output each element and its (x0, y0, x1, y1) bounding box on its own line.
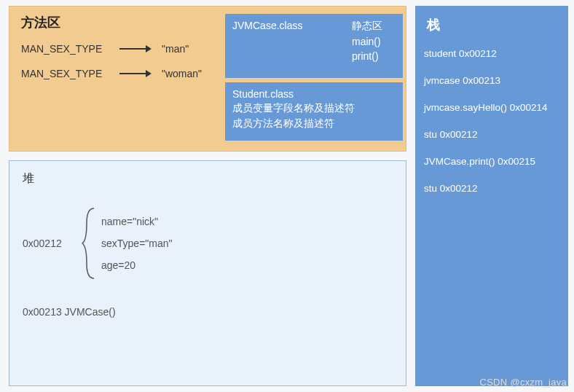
stack-frame: JVMCase.print() 0x00215 (424, 156, 559, 167)
class-name: JVMCase.class (232, 20, 302, 31)
constant-row: MAN_SEX_TYPE "woman" (21, 68, 225, 79)
stack-frame: jvmcase 0x00213 (424, 75, 559, 86)
heap-title: 堆 (23, 171, 393, 187)
method-area-constants: 方法区 MAN_SEX_TYPE "man" MAN_SEX_TYPE "wom… (21, 14, 225, 144)
object-field: age=20 (101, 259, 173, 271)
object-fields: name="nick" sexType="man" age=20 (101, 216, 173, 271)
brace-icon (81, 207, 98, 280)
watermark: CSDN @cxzm_java (479, 377, 567, 388)
constant-row: MAN_SEX_TYPE "man" (21, 43, 225, 55)
stack-frame: stu 0x00212 (424, 129, 559, 140)
constant-value: "man" (162, 43, 189, 55)
arrow-icon (119, 45, 159, 52)
class-desc-line: 成员变量字段名称及描述符 (232, 102, 396, 115)
method-area-title: 方法区 (21, 14, 225, 31)
diagram-root: 方法区 MAN_SEX_TYPE "man" MAN_SEX_TYPE "wom… (9, 6, 568, 386)
heap-instance-line: 0x00213 JVMCase() (23, 306, 393, 318)
object-field: sexType="man" (101, 238, 173, 249)
class-desc-line: 成员方法名称及描述符 (232, 117, 396, 130)
stack-frame: stu 0x00212 (424, 183, 559, 194)
constant-value: "woman" (162, 68, 202, 79)
method-area-panel: 方法区 MAN_SEX_TYPE "man" MAN_SEX_TYPE "wom… (9, 6, 406, 152)
heap-panel: 堆 0x00212 name="nick" sexType="man" age=… (9, 160, 406, 386)
class-method: print() (352, 50, 379, 62)
object-field: name="nick" (101, 216, 173, 227)
jvmcase-class-box: JVMCase.class 静态区 main() print() (225, 14, 403, 78)
object-address: 0x00212 (23, 238, 81, 249)
class-name: Student.class (232, 88, 396, 100)
heap-object: 0x00212 name="nick" sexType="man" age=20 (23, 207, 393, 280)
stack-panel: 栈 student 0x00212 jvmcase 0x00213 jvmcas… (415, 6, 568, 386)
method-area-classes: JVMCase.class 静态区 main() print() Student… (225, 14, 406, 144)
student-class-box: Student.class 成员变量字段名称及描述符 成员方法名称及描述符 (225, 82, 403, 141)
left-column: 方法区 MAN_SEX_TYPE "man" MAN_SEX_TYPE "wom… (9, 6, 406, 386)
stack-frame: student 0x00212 (424, 48, 559, 59)
constant-name: MAN_SEX_TYPE (21, 68, 119, 79)
stack-title: 栈 (427, 16, 559, 34)
static-area-label: 静态区 (352, 20, 382, 33)
stack-frame: jvmcase.sayHello() 0x00214 (424, 102, 559, 113)
arrow-icon (119, 70, 159, 77)
class-method: main() (352, 36, 381, 47)
constant-name: MAN_SEX_TYPE (21, 43, 119, 55)
